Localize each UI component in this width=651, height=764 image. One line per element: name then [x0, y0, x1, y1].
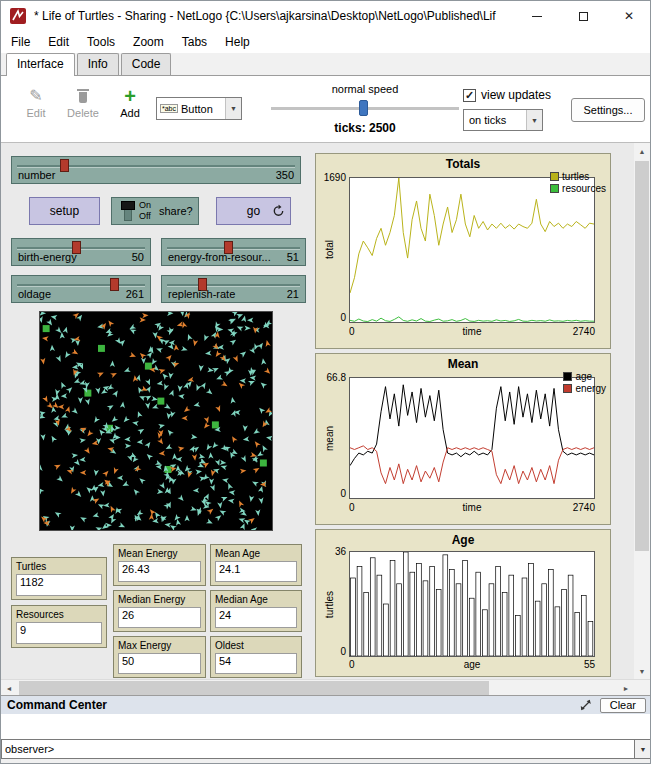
- monitor-mean-age: Mean Age 24.1: [210, 544, 302, 586]
- trash-icon: [77, 88, 89, 104]
- legend-label: turtles: [562, 171, 589, 182]
- widget-type-chooser[interactable]: *abc Button ▼: [156, 97, 242, 120]
- horizontal-scrollbar-thumb[interactable]: [19, 681, 489, 695]
- x-max-tick: 2740: [349, 326, 595, 337]
- command-center-output: [1, 714, 651, 739]
- history-dropdown-button[interactable]: ▼: [634, 740, 651, 758]
- command-input[interactable]: [54, 740, 634, 758]
- slider-label: number: [18, 169, 55, 181]
- setup-button[interactable]: setup: [29, 197, 100, 225]
- y-min-tick: 0: [316, 488, 346, 499]
- close-icon: ✕: [624, 10, 634, 22]
- switch-handle[interactable]: [121, 201, 135, 210]
- speed-slider-thumb[interactable]: [359, 100, 368, 116]
- plot-legend: ageenergy: [563, 371, 606, 395]
- setup-button-label: setup: [50, 204, 79, 218]
- netlogo-icon: [10, 8, 26, 24]
- y-max-tick: 66.8: [316, 372, 346, 383]
- y-axis-label: mean: [324, 404, 335, 474]
- close-button[interactable]: ✕: [606, 1, 651, 31]
- tab-interface[interactable]: Interface: [6, 53, 75, 76]
- monitor-label: Mean Age: [215, 548, 260, 559]
- world-view[interactable]: [39, 311, 273, 531]
- minimize-button[interactable]: [514, 1, 560, 31]
- edit-button[interactable]: ✎ Edit: [17, 88, 55, 119]
- menu-item-edit[interactable]: Edit: [40, 33, 77, 51]
- menu-item-tools[interactable]: Tools: [79, 33, 123, 51]
- slider-handle[interactable]: [60, 159, 69, 172]
- interface-toolbar: ✎ Edit Delete + Add *abc Button ▼ normal…: [1, 76, 651, 143]
- monitor-label: Turtles: [16, 561, 46, 572]
- tab-bar: Interface Info Code: [1, 53, 651, 76]
- scroll-right-button[interactable]: ►: [618, 680, 634, 696]
- go-button-label: go: [247, 204, 260, 218]
- menu-item-help[interactable]: Help: [217, 33, 258, 51]
- y-axis-label: turtles: [324, 570, 335, 640]
- slider-track[interactable]: [17, 247, 145, 250]
- popout-icon[interactable]: [579, 698, 594, 712]
- scrollbar-corner: [635, 680, 651, 696]
- plus-icon: +: [113, 88, 147, 104]
- y-max-tick: 1690: [316, 172, 346, 183]
- y-min-tick: 0: [316, 646, 346, 657]
- menu-item-file[interactable]: File: [3, 33, 38, 51]
- slider-label: energy-from-resour...: [168, 251, 271, 263]
- slider-handle[interactable]: [110, 278, 119, 291]
- slider-oldage[interactable]: oldage 261: [11, 275, 151, 303]
- chevron-down-icon[interactable]: ▼: [225, 98, 241, 119]
- slider-label: birth-energy: [18, 251, 77, 263]
- plot-age: Age 36 0 turtles 0 age 55: [315, 529, 611, 677]
- monitor-value: 50: [118, 653, 201, 674]
- legend-item: age: [563, 371, 606, 382]
- tab-code[interactable]: Code: [121, 53, 172, 75]
- slider-label: replenish-rate: [168, 288, 235, 300]
- legend-label: resources: [562, 183, 606, 194]
- scroll-up-button[interactable]: ▲: [634, 143, 650, 159]
- maximize-button[interactable]: [560, 1, 606, 31]
- horizontal-scrollbar[interactable]: ◄ ►: [1, 679, 651, 695]
- delete-button[interactable]: Delete: [61, 88, 105, 119]
- edit-button-label: Edit: [17, 107, 55, 119]
- slider-number[interactable]: number 350: [11, 156, 301, 184]
- maximize-icon: [579, 12, 588, 21]
- tab-info[interactable]: Info: [77, 53, 119, 75]
- settings-button[interactable]: Settings...: [571, 98, 645, 122]
- menu-item-zoom[interactable]: Zoom: [125, 33, 172, 51]
- add-button[interactable]: + Add: [113, 88, 147, 119]
- update-mode-select[interactable]: on ticks ▼: [463, 109, 543, 131]
- share-switch[interactable]: On Off share?: [111, 197, 199, 225]
- clear-button[interactable]: Clear: [600, 698, 646, 713]
- slider-track[interactable]: [17, 165, 295, 168]
- plot-title: Totals: [316, 157, 610, 171]
- plot-area: [349, 551, 595, 657]
- slider-replenish-rate[interactable]: replenish-rate 21: [161, 275, 306, 303]
- go-button[interactable]: go: [216, 197, 291, 225]
- window-resize-edge: [1, 759, 651, 764]
- title-bar: * Life of Turtles - Sharing - NetLogo {C…: [1, 1, 651, 31]
- monitor-value: 1182: [16, 574, 102, 596]
- view-updates-checkbox[interactable]: ✓: [463, 89, 476, 102]
- slider-birth-energy[interactable]: birth-energy 50: [11, 238, 151, 266]
- switch-on-label: On: [139, 200, 151, 210]
- slider-track[interactable]: [167, 284, 300, 287]
- legend-label: energy: [575, 383, 606, 394]
- y-axis-label: total: [324, 215, 335, 285]
- slider-track[interactable]: [17, 284, 145, 287]
- scroll-left-button[interactable]: ◄: [1, 680, 17, 696]
- vertical-scrollbar[interactable]: ▲ ▼: [634, 143, 650, 679]
- netlogo-window: * Life of Turtles - Sharing - NetLogo {C…: [0, 0, 651, 764]
- update-mode-value: on ticks: [469, 114, 506, 126]
- observer-prompt-row: observer> ▼: [1, 739, 651, 759]
- monitor-median-age: Median Age 24: [210, 590, 302, 632]
- scroll-down-button[interactable]: ▼: [634, 663, 650, 679]
- chevron-down-icon[interactable]: ▼: [526, 110, 542, 130]
- x-max-tick: 2740: [349, 502, 595, 513]
- vertical-scrollbar-thumb[interactable]: [635, 161, 649, 551]
- slider-track[interactable]: [167, 247, 300, 250]
- ticks-counter: ticks: 2500: [269, 121, 461, 135]
- speed-slider[interactable]: [271, 100, 459, 116]
- monitor-value: 24: [215, 607, 297, 628]
- monitor-label: Oldest: [215, 640, 244, 651]
- menu-item-tabs[interactable]: Tabs: [174, 33, 215, 51]
- slider-energy-from-resources[interactable]: energy-from-resour... 51: [161, 238, 306, 266]
